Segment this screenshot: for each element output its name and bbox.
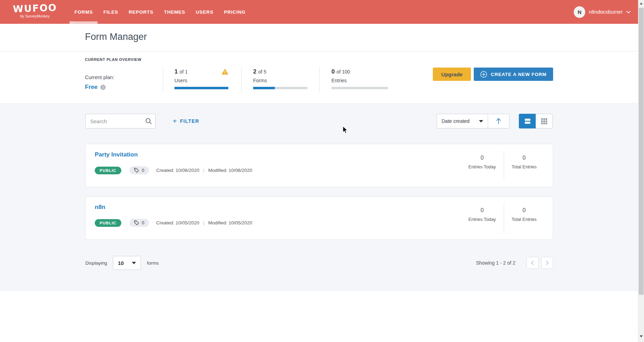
status-badge: PUBLIC: [95, 167, 121, 174]
next-page-button[interactable]: [541, 257, 553, 269]
forms-progress-bar: [253, 87, 307, 89]
sort-field-select[interactable]: Date created: [437, 114, 488, 128]
plan-section-title: CURRENT PLAN OVERVIEW: [85, 57, 142, 62]
entries-today-stat: 0 Entries Today: [461, 207, 503, 222]
nav-item-files[interactable]: FILES: [103, 0, 118, 24]
total-entries-stat: 0 Total Entries: [503, 207, 545, 222]
tag-icon: [134, 220, 139, 225]
users-stat: 1 of 1 Users: [174, 68, 228, 89]
search-box: [85, 114, 156, 128]
form-title-link[interactable]: Party Invitation: [95, 151, 138, 158]
form-manager-page: WUFOO by SurveyMonkey FORMS FILES REPORT…: [0, 0, 644, 342]
avatar: N: [574, 6, 585, 18]
list-view-icon: [524, 118, 531, 124]
plus-icon: +: [173, 118, 177, 125]
tag-icon: [134, 168, 139, 173]
showing-text: Showing 1 - 2 of 2: [476, 260, 515, 266]
scroll-up-arrow-icon[interactable]: [640, 2, 643, 5]
page-header: Form Manager: [0, 24, 644, 51]
form-dates: Created: 10/05/2020 | Modified: 10/05/20…: [156, 220, 252, 225]
arrow-up-icon: [496, 118, 501, 125]
users-label: Users: [174, 78, 228, 83]
plan-overview-section: CURRENT PLAN OVERVIEW Current plan: Free…: [0, 51, 644, 103]
plan-name: Free: [85, 84, 98, 91]
scrollbar-thumb[interactable]: [639, 8, 644, 295]
divider: [241, 67, 242, 93]
nav-menu: FORMS FILES REPORTS THEMES USERS PRICING: [74, 0, 245, 24]
nav-item-forms[interactable]: FORMS: [74, 0, 93, 24]
forms-label: Forms: [253, 78, 307, 83]
scrollbar[interactable]: [638, 0, 644, 342]
form-card: Party Invitation PUBLIC 0 Created: 10/06…: [85, 144, 553, 187]
users-progress-bar: [174, 87, 228, 89]
chevron-left-icon: [531, 260, 534, 265]
entries-stat: 0 of 100 Entries: [331, 68, 388, 89]
divider: [319, 67, 320, 93]
grid-view-button[interactable]: [536, 114, 553, 128]
pagination-bar: Displaying 10 forms Showing 1 - 2 of 2: [85, 256, 553, 270]
total-entries-stat: 0 Total Entries: [503, 155, 545, 169]
create-new-form-button[interactable]: CREATE A NEW FORM: [474, 68, 553, 81]
forms-label: forms: [147, 260, 159, 266]
entries-label: Entries: [331, 78, 388, 83]
entries-today-stat: 0 Entries Today: [461, 155, 503, 169]
caret-down-icon: [479, 120, 483, 123]
prev-page-button[interactable]: [527, 257, 538, 269]
form-title-link[interactable]: n8n: [95, 204, 105, 211]
info-icon[interactable]: [100, 85, 106, 90]
sort-controls: Date created: [437, 114, 509, 128]
forms-list-area: + FILTER Date created: [0, 103, 644, 291]
nav-item-pricing[interactable]: PRICING: [224, 0, 245, 24]
page-title: Form Manager: [85, 32, 147, 42]
filter-button[interactable]: + FILTER: [173, 114, 199, 128]
list-view-button[interactable]: [519, 114, 536, 128]
chevron-right-icon: [545, 260, 549, 265]
nav-item-themes[interactable]: THEMES: [164, 0, 185, 24]
tag-count-pill[interactable]: 0: [129, 166, 149, 174]
logo-subtitle: by SurveyMonkey: [12, 14, 58, 18]
page-size-select[interactable]: 10: [113, 256, 141, 270]
chevron-down-icon: [626, 11, 631, 14]
user-name: n8ndocsburner: [589, 9, 623, 15]
top-nav: WUFOO by SurveyMonkey FORMS FILES REPORT…: [0, 0, 644, 24]
form-dates: Created: 10/06/2020 | Modified: 10/06/20…: [156, 168, 252, 173]
plus-circle-icon: [480, 71, 487, 78]
wufoo-logo[interactable]: WUFOO by SurveyMonkey: [12, 3, 58, 18]
nav-item-users[interactable]: USERS: [196, 0, 214, 24]
grid-view-icon: [541, 118, 547, 124]
sort-direction-button[interactable]: [488, 114, 509, 128]
upgrade-button[interactable]: Upgrade: [433, 68, 471, 81]
displaying-label: Displaying: [85, 260, 107, 266]
logo-title: WUFOO: [12, 2, 58, 15]
entries-progress-bar: [331, 87, 388, 89]
search-input[interactable]: [85, 114, 156, 128]
divider: [163, 67, 163, 93]
scroll-down-arrow-icon[interactable]: [640, 335, 643, 337]
tag-count-pill[interactable]: 0: [129, 219, 149, 227]
warning-icon: [222, 69, 228, 75]
status-badge: PUBLIC: [95, 219, 121, 227]
view-toggle: [519, 114, 553, 128]
nav-item-reports[interactable]: REPORTS: [129, 0, 153, 24]
form-card: n8n PUBLIC 0 Created: 10/05/2020 | Modif…: [85, 196, 553, 240]
current-plan-label: Current plan:: [85, 75, 114, 80]
caret-down-icon: [132, 262, 136, 264]
search-icon[interactable]: [145, 118, 152, 124]
forms-stat: 2 of 5 Forms: [253, 68, 307, 89]
user-menu[interactable]: N n8ndocsburner: [574, 0, 631, 24]
